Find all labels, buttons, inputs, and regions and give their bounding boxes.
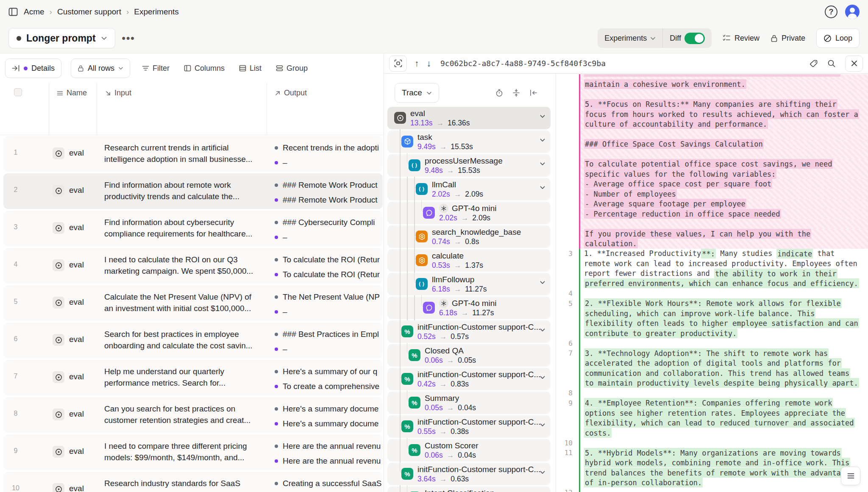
text-options-button[interactable]: [841, 467, 860, 485]
next-row-button[interactable]: ↓: [427, 58, 431, 69]
trace-node-Custom Scorer[interactable]: % Custom Scorer 0.06s → 0.04s: [387, 439, 551, 461]
sidebar-toggle-icon[interactable]: [8, 8, 18, 16]
table-row[interactable]: 7 eval Help me understand our quarterlyp…: [0, 359, 384, 396]
node-label: Summary: [425, 394, 459, 403]
arrow-right-icon: →: [454, 237, 462, 246]
diff-toggle[interactable]: [684, 33, 705, 44]
close-panel-button[interactable]: [845, 56, 863, 72]
row-name: eval: [69, 186, 84, 195]
trace-node-initFunction-Customer support-C...[interactable]: % initFunction-Customer support-C... 0.5…: [387, 320, 551, 343]
trace-node-initFunction-Customer support-C...[interactable]: % initFunction-Customer support-C... 0.4…: [387, 368, 551, 390]
diff-line-number: 4: [556, 289, 579, 299]
trace-detail-panel: ↑ ↓ 9c062bc2-a8c7-4a88-9749-5cf840f3c9ba…: [384, 53, 868, 492]
table-row[interactable]: 6 eval Search for best practices in empl…: [0, 322, 384, 359]
chevron-down-icon[interactable]: [540, 162, 545, 166]
private-button[interactable]: Private: [771, 34, 805, 43]
diff-added-text: [579, 388, 868, 398]
column-header-name[interactable]: Name: [57, 89, 87, 97]
breadcrumb: Acme › Customer support › Experiments: [24, 7, 179, 17]
trace-node-llmCall[interactable]: () llmCall 2.02s → 2.09s: [387, 178, 551, 200]
avatar[interactable]: [845, 5, 860, 19]
group-button[interactable]: Group: [273, 64, 310, 73]
breadcrumb-project[interactable]: Customer support: [57, 7, 121, 17]
focus-trace-button[interactable]: [389, 56, 407, 72]
trace-node-task[interactable]: task 9.49s → 15.53s: [387, 131, 551, 153]
diff-gutter: [556, 179, 579, 189]
output-line: To calculate the ROI (Retur: [273, 269, 384, 280]
trace-node-Intent Classification[interactable]: % Intent Classification 0.12s → 0.03s: [387, 486, 551, 492]
experiment-name: Longer prompt: [26, 33, 96, 44]
select-all-checkbox[interactable]: [14, 88, 22, 96]
arrow-right-icon: →: [461, 214, 469, 222]
diff-removed-line: maintain a cohesive work environment.: [556, 80, 868, 90]
output-text: ### Best Practices in Empl: [283, 330, 379, 339]
diff-line-number: 6: [556, 339, 579, 349]
column-header-output[interactable]: Output: [275, 89, 307, 97]
trace-node-GPT-4o mini[interactable]: GPT-4o mini 2.02s → 2.09s: [387, 202, 551, 224]
diff-content[interactable]: maintain a cohesive work environment. 5.…: [556, 74, 868, 492]
more-options-button[interactable]: •••: [122, 32, 135, 44]
columns-button[interactable]: Columns: [181, 64, 227, 73]
trace-node-eval[interactable]: eval 13.13s → 16.36s: [387, 107, 551, 129]
timing-icon[interactable]: [495, 89, 503, 97]
search-icon[interactable]: [827, 59, 836, 68]
breadcrumb-section[interactable]: Experiments: [134, 7, 179, 17]
trace-node-Closed QA[interactable]: % Closed QA 0.06s → 0.05s: [387, 344, 551, 367]
filter-button[interactable]: Filter: [139, 64, 172, 73]
results-table-pane: Details All rows Filter Columns List: [0, 53, 384, 492]
output-text: –: [283, 307, 287, 317]
table-row[interactable]: 2 eval Find information about remote wor…: [0, 172, 384, 210]
input-text: Can you search for best practices on: [104, 403, 264, 414]
node-duration-new: 1.37s: [465, 261, 483, 270]
diff-segment: Diff: [663, 28, 712, 48]
node-label: llmCall: [432, 180, 456, 189]
chevron-down-icon[interactable]: [540, 328, 545, 332]
arrow-right-icon: →: [440, 380, 447, 389]
trace-node-Summary[interactable]: % Summary 0.05s → 0.04s: [387, 392, 551, 414]
chevron-down-icon[interactable]: [540, 281, 545, 284]
chevron-down-icon[interactable]: [540, 423, 545, 427]
chevron-down-icon[interactable]: [540, 114, 545, 118]
trace-node-llmFollowup[interactable]: () llmFollowup 6.18s → 11.27s: [387, 273, 551, 295]
trace-view-dropdown[interactable]: Trace: [395, 83, 439, 103]
node-duration-old: 9.49s: [417, 142, 436, 151]
table-row[interactable]: 10 eval Research industry standards for …: [0, 471, 384, 492]
trace-node-processUserMessage[interactable]: () processUserMessage 9.48s → 15.53s: [387, 154, 551, 177]
loop-button[interactable]: Loop: [816, 28, 860, 48]
column-header-input[interactable]: Input: [105, 89, 131, 97]
trace-node-initFunction-Customer support-C...[interactable]: % initFunction-Customer support-C... 3.6…: [387, 463, 551, 485]
help-icon[interactable]: ?: [825, 6, 837, 18]
trace-node-calculate[interactable]: calculate 0.53s → 1.37s: [387, 249, 551, 272]
details-button[interactable]: Details: [5, 58, 61, 78]
trace-node-search_knowledge_base[interactable]: search_knowledge_base 0.74s → 0.8s: [387, 225, 551, 248]
chevron-down-icon[interactable]: [540, 186, 545, 189]
node-duration-new: 0.04s: [458, 451, 476, 460]
chevron-down-icon[interactable]: [540, 138, 545, 142]
scorer-percent-icon: %: [409, 444, 420, 456]
input-text: compliance requirements for healthcare..…: [104, 228, 264, 239]
table-row[interactable]: 4 eval I need to calculate the ROI on ou…: [0, 247, 384, 284]
list-button[interactable]: List: [236, 64, 264, 73]
breadcrumb-workspace[interactable]: Acme: [24, 7, 45, 17]
output-bullet-gray: [275, 295, 278, 299]
review-button[interactable]: Review: [723, 34, 760, 43]
table-row[interactable]: 3 eval Find information about cybersecur…: [0, 210, 384, 247]
rows-filter-button[interactable]: All rows: [71, 58, 130, 78]
table-row[interactable]: 5 eval Calculate the Net Present Value (…: [0, 284, 384, 322]
table-row[interactable]: 8 eval Can you search for best practices…: [0, 396, 384, 434]
tag-icon[interactable]: [810, 59, 818, 68]
trace-node-initFunction-Customer support-C...[interactable]: % initFunction-Customer support-C... 0.5…: [387, 415, 551, 438]
previous-row-button[interactable]: ↑: [415, 58, 419, 69]
table-row[interactable]: 1 eval Research current trends in artifi…: [0, 135, 384, 172]
output-line: Creating a successful SaaS: [273, 478, 384, 489]
experiment-selector[interactable]: Longer prompt: [8, 28, 115, 48]
output-bullet-purple: [275, 198, 278, 202]
eval-icon: [55, 187, 62, 195]
chevron-down-icon[interactable]: [540, 470, 545, 474]
table-row[interactable]: 9 eval I need to compare three different…: [0, 434, 384, 471]
chevron-down-icon[interactable]: [540, 375, 545, 379]
experiments-dropdown[interactable]: Experiments: [598, 28, 662, 48]
trace-node-GPT-4o mini[interactable]: GPT-4o mini 6.18s → 11.27s: [387, 297, 551, 319]
collapse-all-icon[interactable]: [512, 89, 520, 97]
collapse-panel-icon[interactable]: [529, 89, 538, 97]
